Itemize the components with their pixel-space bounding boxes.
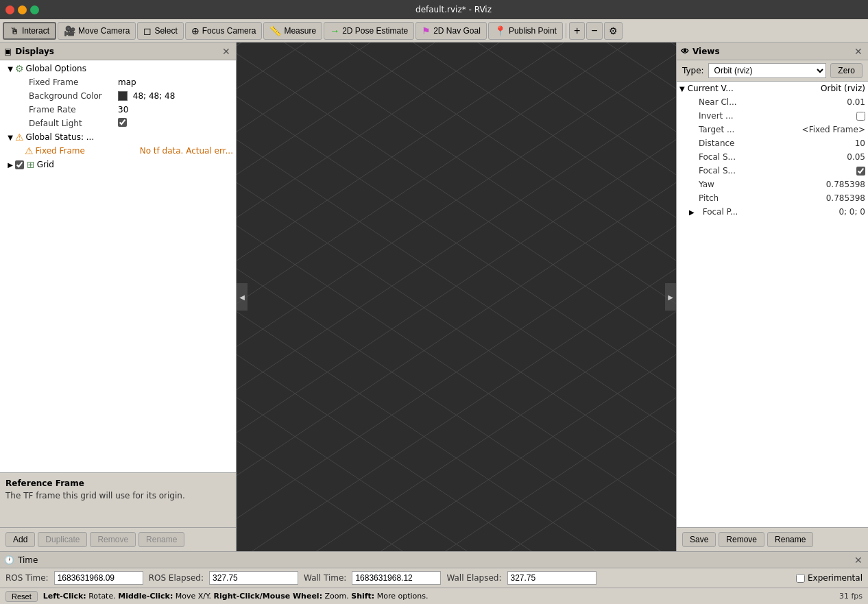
add-button[interactable]: Add <box>5 532 35 547</box>
background-color-value: 48; 48; 48 <box>118 91 233 101</box>
grid-arrow[interactable]: ▶ <box>5 161 15 169</box>
interact-button[interactable]: 🖱 Interact <box>3 22 56 40</box>
wall-elapsed-label: Wall Elapsed: <box>446 573 501 583</box>
info-title: Reference Frame <box>5 479 230 488</box>
target-label: Target ... <box>693 125 802 134</box>
time-row: ROS Time: ROS Elapsed: Wall Time: Wall E… <box>0 568 868 588</box>
views-panel: 👁 Views ✕ Type: Orbit (rviz) Zero ▼ Curr… <box>676 43 868 551</box>
remove-display-button[interactable]: − <box>586 22 602 40</box>
titlebar: default.rviz* - RViz <box>0 0 868 19</box>
wall-time-input[interactable] <box>352 571 441 585</box>
fixed-frame-prop[interactable]: Fixed Frame map <box>0 75 236 89</box>
focal-point-row[interactable]: ▶ Focal P... 0; 0; 0 <box>677 205 868 219</box>
ros-time-input[interactable] <box>54 571 143 585</box>
move-camera-label: Move Camera <box>78 26 130 36</box>
color-swatch[interactable] <box>118 91 128 101</box>
move-camera-button[interactable]: 🎥 Move Camera <box>58 22 136 40</box>
left-click-action: Rotate. <box>88 592 118 601</box>
main-area: ▣ Displays ✕ ▼ ⚙ Global Options Fixed Fr… <box>0 43 868 551</box>
left-click-label: Left-Click: <box>43 592 86 601</box>
experimental-label-row: Experimental <box>796 573 863 583</box>
grid-checkbox[interactable] <box>15 160 24 169</box>
focal-size-row[interactable]: Focal S... 0.05 <box>677 150 868 164</box>
focal-point-arrow[interactable]: ▶ <box>689 208 695 216</box>
views-icon: 👁 <box>681 47 689 56</box>
window-controls[interactable] <box>5 5 39 14</box>
time-header: 🕐 Time ✕ <box>0 552 868 568</box>
invert-checkbox[interactable] <box>856 112 865 121</box>
current-view-arrow[interactable]: ▼ <box>679 85 685 93</box>
measure-button[interactable]: 📏 Measure <box>263 22 322 40</box>
focus-camera-button[interactable]: ⊕ Focus Camera <box>185 22 263 40</box>
focal-size-label: Focal S... <box>693 152 847 162</box>
global-status-arrow[interactable]: ▼ <box>5 134 15 141</box>
reset-button[interactable]: Reset <box>5 591 38 602</box>
current-view-item[interactable]: ▼ Current V... Orbit (rviz) <box>677 82 868 95</box>
nav-goal-icon: ⚑ <box>422 25 431 36</box>
displays-close-button[interactable]: ✕ <box>221 46 232 57</box>
pitch-row[interactable]: Pitch 0.785398 <box>677 191 868 205</box>
global-options-arrow[interactable]: ▼ <box>5 65 15 73</box>
focal-shape-checkbox[interactable] <box>856 167 865 176</box>
views-zero-button[interactable]: Zero <box>830 63 863 78</box>
close-button[interactable] <box>5 5 14 14</box>
ros-time-label: ROS Time: <box>5 573 49 583</box>
focal-point-label: Focal P... <box>697 207 839 217</box>
clock-icon: 🕐 <box>4 555 14 565</box>
frame-rate-value: 30 <box>118 105 233 114</box>
wall-elapsed-input[interactable] <box>507 571 596 585</box>
yaw-row[interactable]: Yaw 0.785398 <box>677 178 868 191</box>
rename-button[interactable]: Rename <box>138 532 184 547</box>
focal-shape-row[interactable]: Focal S... <box>677 164 868 178</box>
duplicate-button[interactable]: Duplicate <box>38 532 87 547</box>
pose-estimate-label: 2D Pose Estimate <box>342 26 408 36</box>
target-row[interactable]: Target ... <Fixed Frame> <box>677 123 868 136</box>
select-button[interactable]: ◻ Select <box>137 22 183 40</box>
focal-point-value: 0; 0; 0 <box>839 207 865 217</box>
viewport[interactable]: ◀ ▶ <box>237 43 676 551</box>
settings-button[interactable]: ⚙ <box>604 22 623 40</box>
views-title-label: Views <box>692 47 720 56</box>
views-rename-button[interactable]: Rename <box>767 532 813 547</box>
views-type-select[interactable]: Orbit (rviz) <box>708 63 827 78</box>
displays-tree[interactable]: ▼ ⚙ Global Options Fixed Frame map Backg… <box>0 60 236 472</box>
background-color-text: 48; 48; 48 <box>133 91 176 101</box>
displays-header: ▣ Displays ✕ <box>0 43 236 60</box>
display-panel-icon: ▣ <box>4 47 12 56</box>
right-click-action: Zoom. <box>325 592 352 601</box>
global-status-label: Global Status: ... <box>26 132 233 142</box>
publish-point-button[interactable]: 📍 Publish Point <box>488 22 563 40</box>
views-save-button[interactable]: Save <box>682 532 716 547</box>
frame-rate-label: Frame Rate <box>29 105 118 114</box>
shift-label: Shift: <box>351 592 374 601</box>
nav-goal-button[interactable]: ⚑ 2D Nav Goal <box>415 22 487 40</box>
displays-title: ▣ Displays <box>4 47 54 56</box>
experimental-checkbox[interactable] <box>796 574 805 583</box>
panel-buttons: Add Duplicate Remove Rename <box>0 527 236 551</box>
default-light-checkbox[interactable] <box>118 118 127 127</box>
add-display-button[interactable]: + <box>569 22 585 40</box>
maximize-button[interactable] <box>30 5 39 14</box>
grid-label: Grid <box>37 160 233 169</box>
default-light-value <box>118 118 233 129</box>
minimize-button[interactable] <box>18 5 27 14</box>
views-close-button[interactable]: ✕ <box>853 46 864 57</box>
remove-button[interactable]: Remove <box>90 532 136 547</box>
time-close-button[interactable]: ✕ <box>853 555 864 566</box>
global-status-fixed-frame-item[interactable]: ⚠ Fixed Frame No tf data. Actual err... <box>0 144 236 158</box>
ros-elapsed-input[interactable] <box>209 571 298 585</box>
views-remove-button[interactable]: Remove <box>719 532 764 547</box>
near-clip-value: 0.01 <box>847 97 865 107</box>
near-clip-row[interactable]: Near Cl... 0.01 <box>677 95 868 109</box>
viewport-scroll-left[interactable]: ◀ <box>237 283 248 311</box>
invert-row[interactable]: Invert ... <box>677 109 868 123</box>
pose-estimate-button[interactable]: → 2D Pose Estimate <box>324 22 414 40</box>
frame-rate-prop[interactable]: Frame Rate 30 <box>0 103 236 117</box>
global-options-item[interactable]: ▼ ⚙ Global Options <box>0 62 236 75</box>
global-status-item[interactable]: ▼ ⚠ Global Status: ... <box>0 130 236 144</box>
background-color-prop[interactable]: Background Color 48; 48; 48 <box>0 89 236 103</box>
viewport-scroll-right[interactable]: ▶ <box>665 283 676 311</box>
default-light-prop[interactable]: Default Light <box>0 117 236 130</box>
distance-row[interactable]: Distance 10 <box>677 136 868 150</box>
grid-item[interactable]: ▶ ⊞ Grid <box>0 158 236 171</box>
